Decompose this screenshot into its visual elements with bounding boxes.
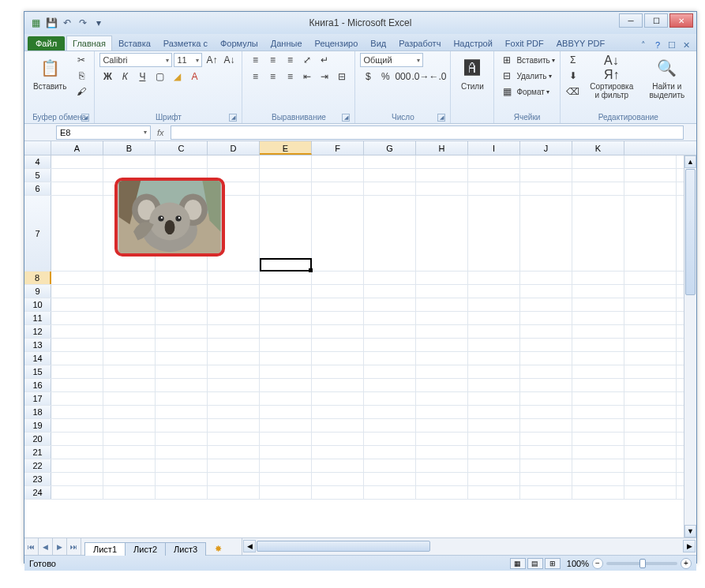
cell[interactable] [312,473,364,485]
tab-abbyy[interactable]: ABBYY PDF [550,36,612,51]
bold-button[interactable]: Ж [99,69,115,84]
insert-cells-icon[interactable]: ⊞ [499,53,515,67]
cell[interactable] [468,379,520,391]
cell[interactable] [624,473,677,485]
cell[interactable] [468,473,520,485]
sheet-tab-3[interactable]: Лист3 [165,542,206,556]
cell[interactable] [51,352,103,365]
cell[interactable] [103,352,156,365]
cell[interactable] [468,486,520,499]
cell[interactable] [520,312,572,324]
horizontal-scrollbar[interactable]: ◀ ▶ [242,538,696,555]
cell[interactable] [520,486,572,499]
cell[interactable] [103,433,156,445]
cell[interactable] [364,379,416,391]
cell[interactable] [312,433,364,445]
align-center-icon[interactable]: ≡ [264,69,280,84]
cell[interactable] [572,155,624,168]
cell[interactable] [312,182,364,195]
row-header-19[interactable]: 19 [24,419,51,432]
cell[interactable] [572,406,624,418]
col-header-J[interactable]: J [520,141,572,155]
cell[interactable] [260,325,312,338]
decrease-font-icon[interactable]: A↓ [221,53,237,67]
cell[interactable] [51,169,103,182]
cell[interactable] [416,169,468,182]
cell[interactable] [364,196,416,271]
row-header-7[interactable]: 7 [24,196,51,271]
cell[interactable] [520,433,572,445]
redo-icon[interactable]: ↷ [77,17,89,29]
window-restore-icon[interactable]: ☐ [666,39,677,51]
row-header-15[interactable]: 15 [24,365,51,378]
cell[interactable] [624,272,677,284]
cell[interactable] [103,155,156,168]
cell[interactable] [520,459,572,472]
cell[interactable] [364,486,416,499]
cell[interactable] [103,419,156,432]
row-header-11[interactable]: 11 [24,312,51,324]
row-header-20[interactable]: 20 [24,433,51,445]
formatpainter-icon[interactable]: 🖌 [73,84,89,99]
cell[interactable] [156,352,208,365]
cell[interactable] [364,298,416,311]
cell[interactable] [624,169,677,182]
orientation-icon[interactable]: ⤢ [299,53,315,67]
cut-icon[interactable]: ✂ [73,53,89,67]
clear-icon[interactable]: ⌫ [565,84,581,99]
cell[interactable] [416,182,468,195]
cell[interactable] [572,473,624,485]
cell[interactable] [364,325,416,338]
cell[interactable] [520,352,572,365]
cell[interactable] [416,473,468,485]
cell[interactable] [51,196,103,271]
cell[interactable] [468,312,520,324]
cell[interactable] [156,392,208,405]
cell[interactable] [312,196,364,271]
cell[interactable] [51,312,103,324]
underline-button[interactable]: Ч [134,69,150,84]
scroll-up-icon[interactable]: ▲ [684,155,696,168]
cell[interactable] [520,196,572,271]
cell[interactable] [520,365,572,378]
copy-icon[interactable]: ⎘ [73,69,89,83]
tab-nav-prev-icon[interactable]: ◀ [39,538,53,555]
cell[interactable] [260,339,312,351]
cell[interactable] [51,406,103,418]
italic-button[interactable]: К [117,69,133,84]
cell[interactable] [416,392,468,405]
cell[interactable] [572,352,624,365]
alignment-dialog-icon[interactable]: ◢ [342,114,350,122]
cell[interactable] [624,182,677,195]
cell[interactable] [208,272,260,284]
cell[interactable] [208,406,260,418]
row-header-14[interactable]: 14 [24,352,51,365]
cell[interactable] [416,285,468,298]
cell[interactable] [416,379,468,391]
cell[interactable] [520,446,572,459]
decrease-indent-icon[interactable]: ⇤ [299,69,315,84]
row-header-5[interactable]: 5 [24,169,51,182]
cell[interactable] [103,446,156,459]
cell[interactable] [208,155,260,168]
file-tab[interactable]: Файл [28,36,65,51]
cell[interactable] [572,312,624,324]
cell[interactable] [51,473,103,485]
zoom-level[interactable]: 100% [567,559,589,568]
cell[interactable] [156,285,208,298]
row-header-16[interactable]: 16 [24,379,51,391]
qat-customize-icon[interactable]: ▾ [92,17,105,29]
cell[interactable] [468,419,520,432]
cell[interactable] [520,182,572,195]
cell[interactable] [103,486,156,499]
paste-button[interactable]: 📋 Вставить [29,53,70,93]
cell[interactable] [572,486,624,499]
cell[interactable] [416,196,468,271]
view-pagelayout-icon[interactable]: ▤ [527,558,543,569]
align-left-icon[interactable]: ≡ [247,69,263,84]
cell[interactable] [572,169,624,182]
row-header-18[interactable]: 18 [24,406,51,418]
decrease-decimal-icon[interactable]: ←.0 [429,69,445,84]
cell[interactable] [156,312,208,324]
cell[interactable] [208,339,260,351]
